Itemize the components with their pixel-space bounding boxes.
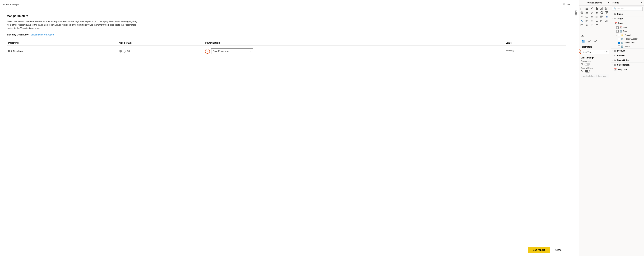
viz-icon-area[interactable] [600, 7, 604, 10]
viz-icon-decomp[interactable] [585, 19, 589, 23]
viz-icon-shape[interactable] [585, 11, 589, 15]
field-group-header-date[interactable]: ▾ 📅 Date [611, 21, 644, 26]
close-button[interactable]: Close [551, 247, 566, 253]
filters-strip: Filters [573, 0, 579, 256]
viz-icon-column[interactable] [585, 7, 589, 10]
field-group-header-salesperson[interactable]: › 🗂 Salesperson [611, 63, 644, 67]
field-group-header-ship-date[interactable]: › 📅 Ship Date [611, 67, 644, 72]
svg-rect-5 [586, 9, 588, 10]
field-label-fiscal-quarter: Fiscal Quarter [624, 38, 638, 40]
viz-icon-r[interactable]: R [605, 15, 609, 19]
keep-all-filters-knob [588, 70, 590, 72]
field-item-day[interactable]: 🔢 Day [616, 30, 644, 33]
svg-rect-41 [606, 21, 606, 22]
fields-panel-close-icon[interactable]: ✕ [640, 2, 642, 4]
viz-icon-pie[interactable] [595, 11, 599, 15]
viz-icon-scatter[interactable] [590, 11, 594, 15]
field-group-sales-order: › 🗂 Sales Order [611, 58, 644, 63]
fiscal-year-field-tag[interactable]: Fiscal Year ▾ ✕ [580, 50, 609, 54]
back-to-report-button[interactable]: ← Back to report [3, 3, 22, 7]
parameters-table: Parameter Use default Power BI field Val… [7, 40, 566, 57]
chevron-date: ▾ [612, 23, 614, 24]
parameters-section-label: Parameters [579, 44, 611, 49]
group-label-product: Product [617, 50, 625, 52]
field-group-header-sales[interactable]: › 🗂 Sales [611, 12, 644, 16]
toggle-off-label: Off [127, 50, 130, 52]
viz-icon-map[interactable] [580, 11, 584, 15]
viz-icon-line[interactable] [590, 7, 594, 10]
tab-analytics-icon[interactable] [592, 39, 599, 44]
viz-icon-chart2[interactable] [605, 19, 609, 23]
see-report-button[interactable]: See report [528, 247, 550, 253]
checkbox-month[interactable] [618, 46, 620, 48]
main-area: ← Back to report ▽ ⋯ Map parameters Sele… [0, 0, 573, 256]
field-dropdown[interactable]: Date.Fiscal Year ▾ [211, 49, 253, 54]
tab-format-icon[interactable] [586, 39, 592, 44]
add-drill-through-zone[interactable]: Add drill-through fields here [581, 74, 609, 78]
viz-icon-paginated[interactable] [590, 23, 594, 27]
viz-icon-calendar[interactable] [580, 23, 584, 27]
param-name: DateFiscalYear [8, 50, 24, 52]
viz-panel-chevron-right[interactable]: › [608, 2, 609, 4]
checkbox-fiscal-year[interactable] [618, 42, 620, 44]
viz-icon-link[interactable] [590, 19, 594, 23]
viz-icon-card[interactable] [585, 15, 589, 19]
svg-rect-39 [600, 20, 603, 22]
field-label-month: Month [624, 45, 630, 48]
viz-icon-funnel[interactable] [605, 11, 609, 15]
viz-icon-bar[interactable] [580, 7, 584, 10]
cross-report-toggle[interactable] [584, 63, 590, 66]
keep-all-filters-toggle[interactable] [585, 70, 590, 73]
viz-icon-slicer[interactable] [595, 23, 599, 27]
viz-video-icon[interactable] [579, 33, 611, 39]
field-item-month[interactable]: 🔢 Month [617, 45, 644, 49]
field-group-header-reseller[interactable]: › 🗂 Reseller [611, 53, 644, 58]
more-options-icon[interactable]: ⋯ [567, 3, 570, 6]
field-group-header-product[interactable]: › 🗂 Product [611, 49, 644, 53]
field-tag-chevron[interactable]: ▾ [604, 51, 605, 53]
back-to-report-label: Back to report [6, 3, 20, 6]
viz-more-dots[interactable]: ⋯ [579, 27, 611, 33]
field-group-header-sales-order[interactable]: › 🗂 Sales Order [611, 58, 644, 63]
field-item-fiscal-group[interactable]: › 📁 Fiscal [616, 33, 644, 37]
field-item-fiscal-year[interactable]: 🔢 Fiscal Year [617, 41, 644, 45]
cross-report-label: Cross-report [581, 60, 609, 62]
viz-icon-gauge[interactable] [580, 15, 584, 19]
select-different-report-link[interactable]: Select a different report [30, 33, 54, 36]
viz-icon-bar2[interactable] [595, 7, 599, 10]
svg-rect-38 [596, 20, 598, 22]
tab-fields-icon[interactable] [580, 39, 586, 44]
viz-icon-globe[interactable] [590, 15, 594, 19]
field-item-fiscal-quarter[interactable]: 🔢 Fiscal Quarter [617, 37, 644, 41]
viz-icon-image[interactable] [600, 19, 604, 23]
checkbox-fiscal[interactable] [618, 34, 620, 36]
field-group-header-target[interactable]: › 🗂 Target [611, 17, 644, 21]
fields-search-input[interactable] [618, 8, 641, 10]
fields-search-box[interactable]: 🔍 [612, 7, 642, 11]
group-label-reseller: Reseller [617, 54, 625, 57]
use-default-toggle[interactable] [119, 50, 126, 53]
svg-marker-15 [586, 12, 588, 14]
viz-icon-chat[interactable] [595, 19, 599, 23]
viz-icon-py[interactable]: Py [580, 19, 584, 23]
field-dropdown-value: Date.Fiscal Year [213, 50, 229, 52]
report-name-row: Sales by Geography Select a different re… [7, 33, 566, 36]
field-tag-remove[interactable]: ✕ [606, 51, 608, 53]
field-icon-month: 🔢 [621, 46, 624, 48]
checkbox-fiscal-quarter[interactable] [618, 38, 620, 40]
field-icon-day: 🔢 [620, 30, 622, 33]
viz-panel-chevron-left[interactable]: ‹ [581, 2, 582, 4]
checkbox-day[interactable] [616, 30, 618, 33]
viz-icon-number[interactable]: 123 [595, 15, 599, 19]
viz-icon-stacked[interactable] [605, 7, 609, 10]
viz-icon-table[interactable] [600, 15, 604, 19]
cross-report-toggle-off-label: Off [581, 63, 583, 65]
viz-icon-settings[interactable] [585, 23, 589, 27]
filter-icon[interactable]: ▽ [563, 3, 565, 6]
viz-icon-donut[interactable] [600, 11, 604, 15]
chevron-product: › [612, 50, 613, 52]
checkbox-date[interactable] [616, 27, 618, 29]
viz-tabs [579, 39, 611, 44]
field-item-date[interactable]: 📅 Date [616, 26, 644, 30]
svg-point-18 [592, 13, 592, 14]
